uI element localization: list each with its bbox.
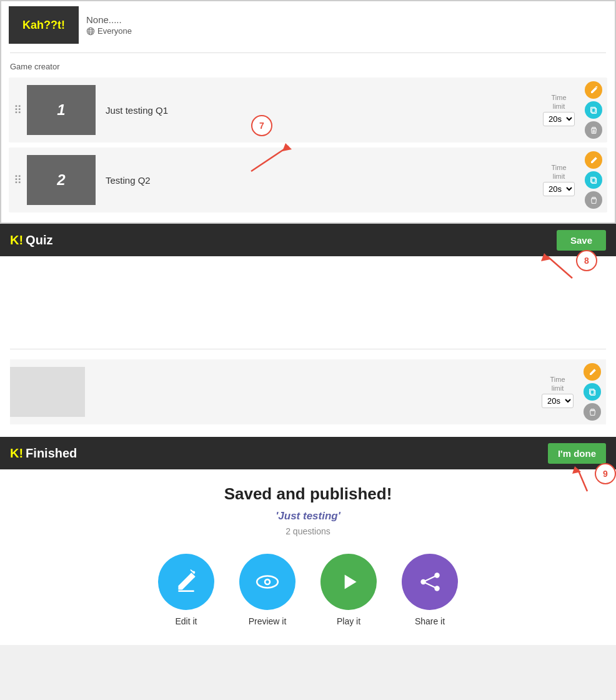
q-title-2: Testing Q2 (96, 175, 543, 186)
quiz-time-label: Timelimit (550, 376, 565, 392)
drag-handle-2[interactable]: ⠿ (9, 173, 27, 187)
save-button[interactable]: Save (557, 230, 606, 251)
quiz-header: K! Quiz Save (0, 224, 616, 256)
svg-point-19 (266, 580, 269, 583)
delete-btn-2[interactable] (585, 191, 602, 209)
finished-header: K! Finished I'm done (0, 437, 616, 469)
svg-line-25 (424, 582, 437, 589)
game-creator-label: Game creator (1, 57, 615, 74)
q-number-2: 2 (57, 171, 65, 189)
quiz-duplicate-btn[interactable] (584, 383, 601, 401)
quiz-time-select[interactable]: 20s 5s10s30s60s (542, 394, 574, 408)
duplicate-btn-1[interactable] (585, 101, 602, 119)
done-button[interactable]: I'm done (548, 443, 606, 464)
play-it-label: Play it (337, 616, 360, 626)
kahoot-logo: Kah??t! (9, 6, 79, 44)
q-time-section-1: Timelimit 20s 5s10s30s60s (543, 94, 575, 126)
q-time-section-2: Timelimit 20s 5s10s30s60s (543, 164, 575, 196)
q-time-select-1[interactable]: 20s 5s10s30s60s (543, 112, 575, 126)
callout-8: 8 (576, 250, 597, 271)
share-it-button[interactable]: Share it (402, 554, 458, 626)
k-logo-quiz: K! (10, 233, 23, 248)
k-logo-finished: K! (10, 446, 23, 461)
quiz-name: 'Just testing' (12, 510, 604, 522)
question-row-1: ⠿ 1 Just testing Q1 Timelimit 20s 5s10s3… (9, 78, 607, 142)
quiz-title: K! Quiz (10, 233, 52, 248)
svg-line-11 (547, 256, 572, 278)
quiz-divider (10, 349, 606, 349)
finished-title-text: Finished (26, 446, 77, 461)
q-actions-2 (580, 148, 607, 212)
everyone-label: Everyone (97, 26, 132, 36)
preview-it-label: Preview it (249, 616, 287, 626)
preview-it-button[interactable]: Preview it (239, 554, 296, 626)
logo-text: Kah??t! (22, 19, 65, 32)
q-time-label-2: Timelimit (551, 164, 566, 180)
q-number-1: 1 (57, 101, 65, 119)
svg-marker-20 (345, 574, 357, 589)
quiz-content: Timelimit 20s 5s10s30s60s (0, 256, 616, 437)
q-title-1: Just testing Q1 (96, 105, 543, 116)
action-icons-row: Edit it Preview it (12, 554, 604, 626)
play-it-circle (320, 554, 377, 610)
quiz-editor-panel: K! Quiz Save 8 Timelimit 20s 5s10s30s (0, 224, 616, 437)
drag-handle-1[interactable]: ⠿ (9, 103, 27, 117)
q-actions-1 (580, 78, 607, 142)
preview-it-circle (239, 554, 296, 610)
share-it-circle (402, 554, 458, 610)
share-icon (417, 569, 443, 595)
play-it-button[interactable]: Play it (320, 554, 377, 626)
duplicate-btn-2[interactable] (585, 171, 602, 189)
none-text: None..... (86, 14, 132, 25)
saved-published-text: Saved and published! (12, 484, 604, 504)
question-count: 2 questions (12, 526, 604, 536)
quiz-question-row: Timelimit 20s 5s10s30s60s (10, 359, 606, 424)
everyone-row: Everyone (86, 26, 132, 36)
q-time-label-1: Timelimit (551, 94, 566, 110)
q-number-box-2: 2 (27, 155, 96, 205)
finished-content: Saved and published! 'Just testing' 2 qu… (0, 469, 616, 645)
q-number-box-1: 1 (27, 85, 96, 135)
edit-btn-1[interactable] (585, 81, 602, 99)
edit-btn-2[interactable] (585, 151, 602, 169)
header-info: None..... Everyone (86, 14, 132, 36)
svg-line-15 (578, 469, 587, 491)
callout-7: 7 (251, 115, 272, 136)
svg-line-24 (424, 576, 437, 582)
finished-panel: K! Finished I'm done 9 Saved and publish… (0, 437, 616, 645)
callout-9: 9 (595, 463, 616, 484)
q-time-select-2[interactable]: 20s 5s10s30s60s (543, 182, 575, 196)
quiz-thumb (10, 367, 85, 417)
quiz-title-text: Quiz (26, 233, 52, 248)
quiz-delete-btn[interactable] (584, 403, 601, 421)
play-icon (335, 569, 362, 595)
edit-it-label: Edit it (175, 616, 197, 626)
quiz-q-actions (579, 359, 606, 424)
eye-icon (254, 569, 281, 595)
quiz-edit-btn[interactable] (584, 363, 601, 381)
game-list-panel: Kah??t! None..... Everyone Game creator … (0, 0, 616, 224)
quiz-time-section: Timelimit 20s 5s10s30s60s (542, 376, 574, 408)
finished-title: K! Finished (10, 446, 77, 461)
callout-7-arrow (239, 140, 314, 178)
app-header: Kah??t! None..... Everyone (1, 1, 615, 49)
quiz-empty-area (10, 269, 606, 344)
edit-it-circle (158, 554, 214, 610)
share-it-label: Share it (415, 616, 445, 626)
edit-icon (173, 569, 199, 595)
svg-marker-8 (282, 143, 292, 151)
edit-it-button[interactable]: Edit it (158, 554, 214, 626)
delete-btn-1[interactable] (585, 121, 602, 139)
globe-icon (86, 27, 95, 36)
header-divider (10, 52, 606, 53)
